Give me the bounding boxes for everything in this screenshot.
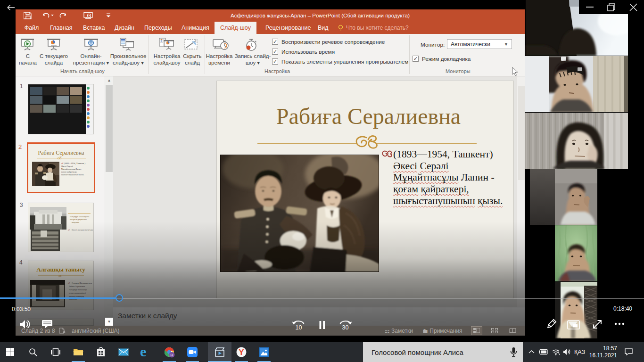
svg-text:аскери-медициналык: аскери-медициналык xyxy=(70,218,87,221)
svg-text:H: H xyxy=(171,353,173,357)
svg-text:Y: Y xyxy=(239,348,244,357)
svg-text:Петербург хахасытдагть: Петербург хахасытдагть xyxy=(70,215,90,218)
